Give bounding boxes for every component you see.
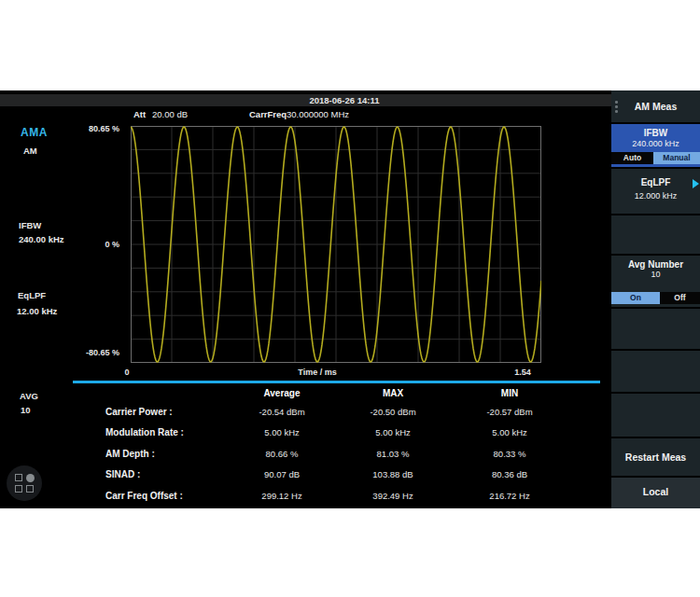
ifbw-toggle: Auto Manual [611,152,700,164]
col-header-average: Average [226,388,338,398]
avg-off-option[interactable]: Off [660,292,700,304]
menu-title: AM Meas [611,90,700,122]
mode-indicator: AMA [21,126,48,139]
menu-dots-icon [615,101,618,114]
results-table-header: Average MAX MIN [0,388,611,399]
menu-item-eqlpf[interactable]: EqLPF 12.000 kHz [611,169,700,214]
ifbw-auto-option[interactable]: Auto [611,152,653,164]
row-value: 81.03 % [337,444,449,465]
row-value: -20.57 dBm [454,402,566,423]
x-tick-end: 1.54 [495,368,551,377]
row-value: 80.36 dB [454,465,566,485]
grid-square-icon [15,474,22,481]
menu-item-empty [611,351,700,392]
att-value: 20.00 dB [152,109,188,119]
row-value: 80.33 % [454,444,566,465]
table-row: Carrier Power :-20.54 dBm-20.50 dBm-20.5… [0,402,611,423]
y-tick-top: 80.65 % [62,124,119,133]
carrfreq-value: 30.000000 MHz [287,109,349,119]
restart-meas-label: Restart Meas [611,438,700,476]
row-value: 103.88 dB [337,465,449,485]
att-label: Att [133,109,146,119]
submenu-arrow-icon [693,179,699,188]
grid-dot-icon [26,474,35,482]
avg-toggle: On Off [611,292,700,304]
grid-square-icon [15,485,22,493]
menu-ifbw-value: 240.000 kHz [611,138,700,148]
app-grid-icon[interactable] [7,465,42,501]
main-display: 2018-06-26 14:11 Att 20.00 dB CarrFreq 3… [0,90,611,508]
waveform-plot [131,126,541,363]
local-label: Local [611,478,700,507]
status-bar: 2018-06-26 14:11 [0,94,611,106]
datetime: 2018-06-26 14:11 [298,95,391,105]
results-divider [73,381,600,383]
eqlpf-value: 12.00 kHz [17,306,57,316]
row-value: 80.66 % [226,444,338,465]
ifbw-value: 240.00 kHz [19,234,64,244]
row-value: 5.00 kHz [226,423,338,443]
menu-item-empty [611,394,700,437]
demod-indicator: AM [23,146,37,156]
ifbw-manual-option[interactable]: Manual [653,152,700,164]
local-button[interactable]: Local [611,478,700,508]
row-value: 392.49 Hz [337,486,449,507]
row-value: 5.00 kHz [454,423,566,443]
menu-ifbw-label: IFBW [611,124,700,138]
menu-item-empty [611,309,700,349]
avg-on-option[interactable]: On [611,292,660,304]
measurement-header: Att 20.00 dB CarrFreq 30.000000 MHz [0,109,611,120]
menu-eqlpf-value: 12.000 kHz [611,187,700,201]
softkey-menu: AM Meas IFBW 240.000 kHz Auto Manual EqL… [611,90,700,508]
table-row: SINAD :90.07 dB103.88 dB80.36 dB [0,465,611,485]
menu-item-ifbw[interactable]: IFBW 240.000 kHz Auto Manual [611,124,700,167]
col-header-min: MIN [454,388,566,398]
restart-meas-button[interactable]: Restart Meas [611,438,700,476]
menu-title-bar: AM Meas [611,90,700,122]
waveform-svg [131,126,541,363]
row-value: 5.00 kHz [337,423,449,443]
row-value: 90.07 dB [226,465,338,485]
menu-eqlpf-label: EqLPF [611,169,700,187]
grid-square-icon [26,485,34,493]
y-tick-bottom: -80.65 % [62,348,119,357]
table-row: AM Depth :80.66 %81.03 %80.33 % [0,444,611,465]
row-value: -20.54 dBm [226,402,338,423]
menu-item-empty [611,215,700,254]
x-tick-start: 0 [113,368,141,377]
col-header-max: MAX [337,388,449,398]
eqlpf-label: EqLPF [18,290,46,300]
row-value: -20.50 dBm [337,402,449,423]
table-row: Carr Freq Offset :299.12 Hz392.49 Hz216.… [0,486,611,507]
menu-avg-value: 10 [611,270,700,279]
table-row: Modulation Rate :5.00 kHz5.00 kHz5.00 kH… [0,423,611,443]
carrfreq-label: CarrFreq [249,109,287,119]
analyzer-screen: 2018-06-26 14:11 Att 20.00 dB CarrFreq 3… [0,90,700,508]
ifbw-label: IFBW [19,220,41,230]
menu-avg-label: Avg Number [611,256,700,270]
row-value: 216.72 Hz [454,486,566,507]
row-value: 299.12 Hz [226,486,338,507]
x-axis-title: Time / ms [261,368,373,377]
y-tick-mid: 0 % [62,240,119,249]
menu-item-avg-number[interactable]: Avg Number 10 On Off [611,256,700,307]
results-table-body: Carrier Power :-20.54 dBm-20.50 dBm-20.5… [0,402,611,507]
